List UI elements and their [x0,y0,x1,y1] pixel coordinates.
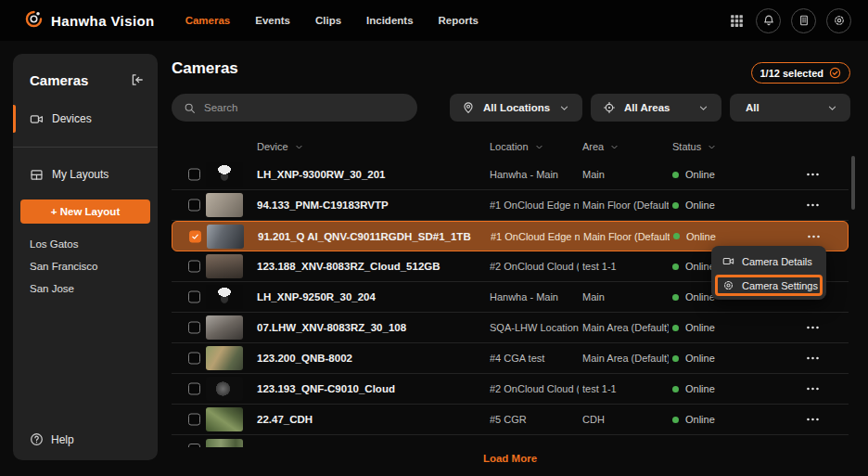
camera-thumbnail [206,346,243,370]
nav-item-cameras[interactable]: Cameras [185,15,231,26]
menu-item-camera-details[interactable]: Camera Details [715,251,823,272]
online-status-dot [672,294,679,301]
search-input[interactable] [204,102,405,113]
selection-count: 1/12 selected [760,68,824,79]
table-row[interactable]: 07.LHW_XNV-8083RZ_30_108 SQA-LHW Locatio… [172,313,849,343]
row-checkbox[interactable] [188,322,200,334]
device-area: test 1-1 [582,261,669,272]
sidebar-item-my-layouts[interactable]: My Layouts [13,162,158,187]
apps-grid-icon[interactable] [727,11,746,30]
device-area: Main [582,291,669,302]
camera-thumbnail [206,254,243,278]
area-target-icon [603,101,616,114]
row-actions-button[interactable] [798,173,826,177]
status-label: Online [686,231,716,242]
nav-item-reports[interactable]: Reports [439,15,479,26]
top-nav: Hanwha Vision CamerasEventsClipsIncident… [0,0,868,41]
table-row[interactable]: 94.133_PNM-C19183RVTP #1 OnCloud Edge n … [172,190,849,221]
filter-bar: All LocationsAll AreasAll [172,94,855,122]
organization-building-icon[interactable] [791,8,816,33]
main-content: Cameras 1/12 selected All LocationsAll A… [172,54,855,476]
nav-item-clips[interactable]: Clips [315,15,341,26]
row-actions-button[interactable] [798,418,826,422]
settings-gear-icon[interactable] [826,8,851,33]
row-checkbox[interactable] [188,169,200,181]
row-checkbox[interactable] [188,291,200,303]
device-area: test 1-1 [582,383,669,394]
table-row-partial [172,435,849,447]
device-name: 123.193_QNF-C9010_Cloud [257,383,485,394]
filter-dropdown-all[interactable]: All [730,94,850,122]
device-name: 91.201_Q AI_QNV-C9011RGDH_SD#1_1TB [258,231,486,242]
row-checkbox[interactable] [188,353,200,365]
chevron-down-icon [826,102,838,114]
device-location: #1 OnCloud Edge n [491,231,580,242]
sidebar-divider [13,147,158,148]
device-status: Online [672,322,715,333]
table-row[interactable]: 123.193_QNF-C9010_Cloud #2 OnCloud Cloud… [172,374,849,405]
row-actions-button[interactable] [798,203,826,208]
row-checkbox[interactable] [189,230,201,242]
device-status: Online [673,231,716,242]
row-checkbox[interactable] [188,383,200,395]
row-actions-button[interactable] [798,387,826,392]
device-area: Main [582,169,669,180]
table-row[interactable]: LH_XNP-9300RW_30_201 Hanwha - Main Main … [172,160,849,190]
row-checkbox[interactable] [188,414,200,426]
camera-thumbnail [206,315,243,340]
main-nav: CamerasEventsClipsIncidentsReports [185,15,479,26]
new-layout-button[interactable]: + New Layout [20,199,150,224]
camera-thumbnail [206,407,243,431]
camera-thumbnail [206,439,243,447]
row-checkbox[interactable] [188,199,200,212]
row-actions-button[interactable] [798,326,826,330]
chevron-down-icon [707,142,717,152]
column-header-location[interactable]: Location [490,141,544,152]
row-checkbox[interactable] [188,444,200,447]
row-actions-button[interactable] [799,234,827,238]
device-status: Online [672,353,715,364]
status-label: Online [685,291,715,302]
video-camera-icon [722,255,734,267]
device-area: Main Area (Default) [582,353,669,364]
layouts-icon [30,168,44,182]
brand-logo[interactable]: Hanwha Vision [24,9,155,32]
table-row[interactable]: 123.200_QNB-8002 #4 CGA test Main Area (… [172,343,849,374]
row-checkbox[interactable] [188,261,200,273]
load-more-button[interactable]: Load More [172,453,849,464]
device-status: Online [672,383,715,394]
collapse-sidebar-icon[interactable] [129,72,145,88]
nav-item-events[interactable]: Events [255,15,290,26]
table-row[interactable]: 22.47_CDH #5 CGR CDH Online [172,405,849,435]
filter-label: All Locations [483,102,550,113]
column-header-status[interactable]: Status [672,141,717,152]
notifications-bell-icon[interactable] [756,8,781,33]
device-status: Online [672,169,715,180]
filter-dropdown-all-locations[interactable]: All Locations [450,94,582,122]
vertical-scrollbar[interactable] [851,156,855,210]
status-label: Online [685,353,715,364]
column-header-device[interactable]: Device [257,141,304,152]
help-button[interactable]: Help [30,432,74,446]
table-header: DeviceLocationAreaStatus [172,141,849,158]
annotation-highlight-box: Camera Settings [715,275,823,296]
chevron-down-icon [558,102,570,114]
menu-item-camera-settings[interactable]: Camera Settings [718,277,820,293]
device-location: #4 CGA test [490,353,579,364]
device-location: SQA-LHW Location [490,322,579,333]
hanwha-logo-icon [24,9,44,32]
sidebar-layout-los-gatos[interactable]: Los Gatos [13,233,158,255]
search-box [172,94,417,122]
filter-label: All Areas [624,102,670,113]
settings-gear-icon [722,279,734,291]
device-area: Main Floor (Default [582,199,669,211]
status-label: Online [685,199,715,211]
selection-badge[interactable]: 1/12 selected [751,62,851,84]
filter-dropdown-all-areas[interactable]: All Areas [591,94,721,122]
row-actions-button[interactable] [798,356,826,361]
sidebar-layout-san-jose[interactable]: San Jose [13,277,158,300]
nav-item-incidents[interactable]: Incidents [366,15,413,26]
sidebar-item-devices[interactable]: Devices [13,107,158,131]
sidebar-layout-san-francisco[interactable]: San Francisco [13,255,158,277]
column-header-area[interactable]: Area [582,141,619,152]
